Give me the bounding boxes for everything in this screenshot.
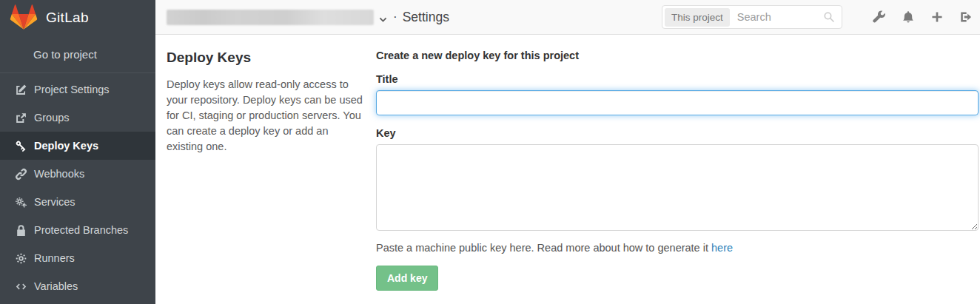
- title-input[interactable]: [376, 90, 979, 115]
- share-square-icon: [15, 112, 27, 124]
- chevron-down-icon[interactable]: [378, 14, 388, 24]
- search-input[interactable]: [736, 10, 823, 24]
- gitlab-logo-text: GitLab: [46, 10, 89, 26]
- sidebar-item-groups[interactable]: Groups: [0, 104, 155, 132]
- form-heading: Create a new deploy key for this project: [376, 50, 979, 61]
- sidebar-item-label: Runners: [34, 252, 75, 264]
- breadcrumb-separator: ·: [393, 10, 397, 24]
- sidebar-item-runners[interactable]: Runners: [0, 244, 155, 272]
- sidebar-item-services[interactable]: Services: [0, 188, 155, 216]
- cog-icon: [15, 252, 27, 265]
- sidebar-item-label: Protected Branches: [34, 224, 128, 236]
- section-description-column: Deploy Keys Deploy keys allow read-only …: [167, 47, 365, 304]
- topbar-icons: [857, 10, 973, 24]
- sidebar-item-label: Deploy Keys: [34, 140, 98, 152]
- settings-nav: Project Settings Groups Deploy Ke: [0, 73, 155, 300]
- pencil-square-icon: [15, 84, 27, 96]
- search-scope-chip[interactable]: This project: [665, 8, 730, 27]
- gitlab-tanuki-logo-icon: [10, 4, 38, 32]
- section-description: Deploy keys allow read-only access to yo…: [167, 77, 365, 155]
- key-label: Key: [376, 127, 979, 139]
- go-to-project-link[interactable]: Go to project: [33, 48, 155, 61]
- sidebar-item-label: Services: [34, 196, 75, 208]
- title-label: Title: [376, 73, 979, 85]
- key-icon: [15, 140, 27, 152]
- deploy-keys-page: Deploy Keys Deploy keys allow read-only …: [155, 35, 980, 304]
- search-icon: [823, 11, 835, 23]
- sidebar-item-webhooks[interactable]: Webhooks: [0, 160, 155, 188]
- sidebar-item-protected-branches[interactable]: Protected Branches: [0, 216, 155, 244]
- sign-out-icon[interactable]: [959, 10, 973, 24]
- generate-key-link[interactable]: here: [711, 242, 733, 254]
- sidebar-header: GitLab Go to project: [0, 0, 155, 73]
- lock-icon: [15, 224, 27, 237]
- gitlab-home-link[interactable]: GitLab: [0, 0, 155, 32]
- deploy-key-form: Create a new deploy key for this project…: [376, 47, 979, 304]
- key-hint: Paste a machine public key here. Read mo…: [376, 242, 979, 254]
- add-key-button[interactable]: Add key: [376, 266, 438, 291]
- sidebar-item-project-settings[interactable]: Project Settings: [0, 75, 155, 104]
- search-box[interactable]: This project: [662, 5, 842, 29]
- sidebar-item-label: Variables: [34, 280, 78, 292]
- sidebar-item-label: Groups: [34, 112, 70, 124]
- plus-icon[interactable]: [930, 10, 944, 24]
- key-hint-text: Paste a machine public key here. Read mo…: [376, 242, 711, 254]
- topbar-right: This project: [662, 5, 973, 29]
- cogs-icon: [15, 196, 27, 209]
- project-name-redacted[interactable]: [167, 10, 374, 25]
- sidebar-item-deploy-keys[interactable]: Deploy Keys: [0, 132, 155, 160]
- sidebar-item-label: Webhooks: [34, 168, 84, 180]
- sidebar: GitLab Go to project Project Settings Gr…: [0, 0, 155, 304]
- wrench-icon[interactable]: [873, 10, 886, 24]
- key-textarea[interactable]: [376, 144, 979, 231]
- link-icon: [15, 168, 27, 180]
- gitlab-app: GitLab Go to project Project Settings Gr…: [0, 0, 980, 304]
- topbar: · Settings This project: [155, 0, 980, 35]
- page-title: Deploy Keys: [167, 50, 365, 66]
- breadcrumb: · Settings: [167, 10, 449, 25]
- sidebar-item-variables[interactable]: Variables: [0, 272, 155, 300]
- bell-icon[interactable]: [902, 10, 915, 24]
- breadcrumb-current: Settings: [403, 10, 449, 25]
- code-icon: [15, 280, 27, 293]
- sidebar-item-label: Project Settings: [34, 84, 110, 95]
